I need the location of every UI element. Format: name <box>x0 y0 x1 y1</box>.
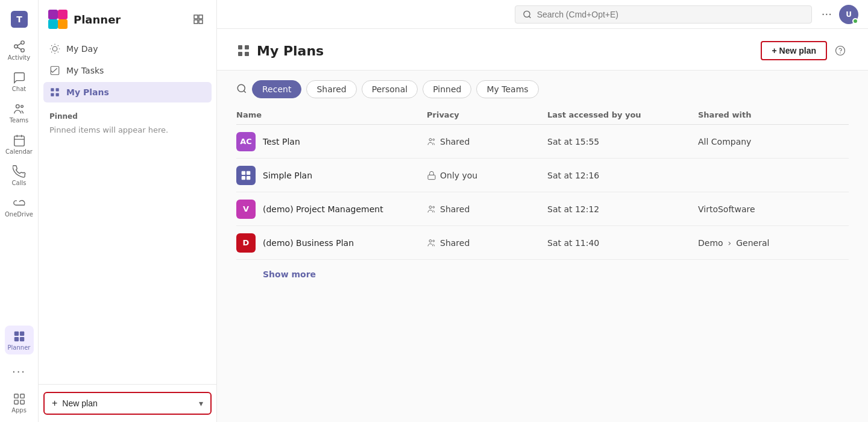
new-plan-sidebar-label: New plan <box>62 398 97 408</box>
sidebar-item-my-tasks[interactable]: My Tasks <box>43 60 212 81</box>
new-plan-main-button[interactable]: + New plan <box>761 41 827 60</box>
apps-icon <box>13 392 26 406</box>
svg-rect-39 <box>242 176 245 179</box>
svg-rect-12 <box>20 400 24 403</box>
plus-icon: + <box>52 398 57 409</box>
show-more-button[interactable]: Show more <box>263 260 316 289</box>
svg-rect-8 <box>19 336 24 341</box>
search-input[interactable] <box>537 10 804 19</box>
filter-tab-shared[interactable]: Shared <box>306 80 356 98</box>
filter-tab-pinned[interactable]: Pinned <box>423 80 471 98</box>
icon-rail: T Activity Chat Teams Calendar <box>0 0 39 422</box>
shared-with-value: Demo › General <box>698 238 849 248</box>
my-plans-page-icon <box>236 43 251 58</box>
svg-point-43 <box>433 206 435 208</box>
sidebar-item-teams[interactable]: Teams <box>5 98 34 127</box>
main-content: ··· U My Plans + New plan <box>217 0 868 422</box>
filter-search-button[interactable] <box>236 83 247 96</box>
planner-rail-icon <box>13 330 26 343</box>
svg-rect-23 <box>51 88 54 91</box>
svg-rect-20 <box>199 20 203 24</box>
new-plan-main-label: + New plan <box>772 46 816 55</box>
my-plans-label: My Plans <box>66 87 109 97</box>
svg-point-45 <box>433 240 435 242</box>
table-row[interactable]: Simple Plan Only you Sat at 12:16 <box>236 159 849 192</box>
sidebar-expand-button[interactable] <box>190 11 207 28</box>
table-row[interactable]: V (demo) Project Management Shared Sat a… <box>236 192 849 226</box>
accessed-value: Sat at 12:16 <box>547 171 698 180</box>
table-row[interactable]: D (demo) Business Plan Shared Sat at 11:… <box>236 226 849 260</box>
chat-icon <box>13 71 26 84</box>
onedrive-icon <box>13 197 26 210</box>
sidebar-item-calls[interactable]: Calls <box>5 161 34 190</box>
plans-table: Name Privacy Last accessed by you Shared… <box>217 106 868 422</box>
sidebar-item-planner[interactable]: Planner <box>5 326 34 354</box>
filter-tab-personal[interactable]: Personal <box>362 80 418 98</box>
page-title-area: My Plans <box>236 43 324 58</box>
col-name: Name <box>236 110 427 119</box>
grid-icon <box>49 87 60 98</box>
svg-point-27 <box>524 11 530 17</box>
more-dots: ··· <box>12 365 26 378</box>
svg-rect-18 <box>199 15 203 19</box>
sidebar-item-apps[interactable]: Apps <box>5 388 34 417</box>
svg-point-3 <box>20 105 23 107</box>
svg-rect-10 <box>20 394 24 397</box>
svg-rect-14 <box>58 10 68 19</box>
svg-rect-7 <box>14 336 18 341</box>
pinned-section-title: Pinned <box>39 105 216 123</box>
filter-tab-recent[interactable]: Recent <box>252 80 301 98</box>
sidebar-item-onedrive[interactable]: OneDrive <box>5 192 34 221</box>
svg-rect-28 <box>238 45 242 49</box>
sidebar-item-activity[interactable]: Activity <box>5 36 34 65</box>
sidebar-item-my-plans[interactable]: My Plans <box>43 82 212 102</box>
search-box[interactable] <box>515 5 811 24</box>
svg-text:T: T <box>16 14 22 24</box>
svg-rect-37 <box>242 171 245 174</box>
shared-privacy-icon <box>427 204 436 214</box>
svg-point-35 <box>429 138 432 140</box>
plan-name: (demo) Business Plan <box>263 238 354 248</box>
sidebar-item-calendar[interactable]: Calendar <box>5 130 34 159</box>
chevron-down-icon[interactable]: ▾ <box>199 398 203 408</box>
grid-plan-icon <box>241 170 251 181</box>
svg-rect-11 <box>14 400 17 403</box>
svg-point-21 <box>52 46 57 51</box>
my-day-label: My Day <box>66 44 98 54</box>
new-plan-sidebar-button[interactable]: + New plan ▾ <box>43 392 212 415</box>
user-avatar[interactable]: U <box>839 5 858 24</box>
svg-rect-6 <box>19 331 24 335</box>
table-row[interactable]: AC Test Plan Shared Sat at 15:55 All Com… <box>236 125 849 159</box>
svg-rect-16 <box>58 19 68 29</box>
privacy-value: Shared <box>440 238 470 248</box>
shared-privacy-icon <box>427 238 436 248</box>
plan-name: Simple Plan <box>263 171 312 180</box>
svg-rect-9 <box>14 394 17 397</box>
page-header: My Plans + New plan <box>217 29 868 71</box>
filter-search-icon <box>236 83 247 94</box>
svg-point-2 <box>16 104 19 108</box>
page-title: My Plans <box>257 43 324 58</box>
sidebar-item-my-day[interactable]: My Day <box>43 39 212 59</box>
sidebar-item-chat[interactable]: Chat <box>5 67 34 96</box>
svg-rect-15 <box>48 19 58 29</box>
svg-point-32 <box>836 46 845 55</box>
topbar-more-button[interactable]: ··· <box>819 5 834 23</box>
breadcrumb-chevron-icon: › <box>728 238 732 248</box>
sidebar-item-more[interactable]: ··· <box>5 357 34 386</box>
svg-rect-13 <box>48 10 58 19</box>
svg-rect-29 <box>245 45 249 49</box>
lock-icon <box>427 171 436 180</box>
svg-rect-19 <box>194 20 198 24</box>
sidebar-footer: + New plan ▾ <box>39 384 216 422</box>
privacy-value: Only you <box>440 171 477 180</box>
col-shared-with: Shared with <box>698 110 849 119</box>
teams-label: Teams <box>10 117 29 124</box>
help-button[interactable] <box>832 42 849 59</box>
teams-icon <box>13 102 26 116</box>
accessed-value: Sat at 15:55 <box>547 137 698 146</box>
filter-tab-my-teams[interactable]: My Teams <box>476 80 538 98</box>
svg-rect-25 <box>51 93 54 96</box>
svg-rect-26 <box>56 93 59 96</box>
filter-bar: Recent Shared Personal Pinned My Teams <box>217 71 868 106</box>
